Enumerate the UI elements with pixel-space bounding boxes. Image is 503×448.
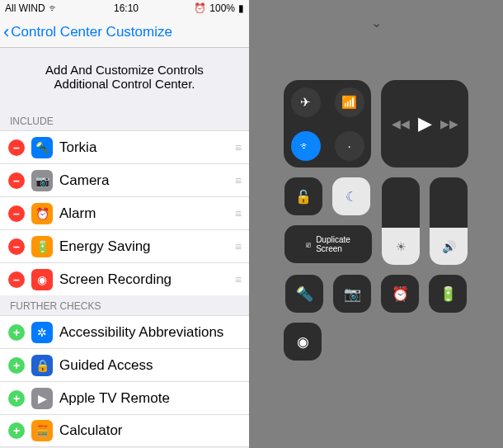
include-section-header: INCLUDE xyxy=(0,111,249,130)
add-button[interactable]: + xyxy=(8,324,25,341)
row-label: Apple TV Remote xyxy=(59,390,241,407)
row-label: Calculator xyxy=(59,422,241,439)
add-button[interactable]: + xyxy=(8,390,25,407)
row-label: Torkia xyxy=(59,139,228,156)
clock-label: 16:10 xyxy=(114,2,139,14)
carrier-label: All WIND xyxy=(5,2,45,14)
row-label: Accessibility Abbreviations xyxy=(59,324,241,341)
include-row-energy[interactable]: – 🔋 Energy Saving ≡ xyxy=(0,229,249,262)
control-center-panel: ⌄ ✈ 📶 ᯤ · ◀◀ ▶ ▶▶ 🔓 ☾ ⎚ xyxy=(249,0,503,448)
nav-bar: ‹ Control Center Customize xyxy=(0,17,249,48)
remove-button[interactable]: – xyxy=(8,205,25,222)
add-button[interactable]: + xyxy=(8,422,25,439)
dnd-toggle[interactable]: ☾ xyxy=(332,177,370,215)
remove-button[interactable]: – xyxy=(8,172,25,189)
further-row-accessibility[interactable]: + ✲ Accessibility Abbreviations xyxy=(0,315,249,348)
include-row-alarm[interactable]: – ⏰ Alarm ≡ xyxy=(0,196,249,229)
bluetooth-toggle[interactable]: · xyxy=(335,131,364,161)
volume-icon: 🔊 xyxy=(442,240,456,253)
include-row-camera[interactable]: – 📷 Camera ≡ xyxy=(0,163,249,196)
remove-button[interactable]: – xyxy=(8,139,25,156)
reorder-grip[interactable]: ≡ xyxy=(235,207,241,220)
remote-icon: ▶ xyxy=(31,388,53,409)
include-row-torkia[interactable]: – 🔦 Torkia ≡ xyxy=(0,130,249,163)
torch-button[interactable]: 🔦 xyxy=(285,275,323,313)
back-button[interactable]: ‹ xyxy=(3,21,9,43)
wifi-icon: ᯤ xyxy=(49,2,59,14)
wifi-toggle[interactable]: ᯤ xyxy=(291,131,321,161)
lock-icon: 🔒 xyxy=(31,355,53,376)
further-row-appletv[interactable]: + ▶ Apple TV Remote xyxy=(0,381,249,414)
rotation-lock-toggle[interactable]: 🔓 xyxy=(284,177,322,215)
alarm-indicator-icon: ⏰ xyxy=(194,2,206,14)
connectivity-module[interactable]: ✈ 📶 ᯤ · xyxy=(284,80,371,167)
intro-text: Add And Customize Controls Additional Co… xyxy=(0,48,249,111)
alarm-button[interactable]: ⏰ xyxy=(381,275,419,313)
cellular-toggle[interactable]: 📶 xyxy=(335,87,364,117)
nav-title: Control Center Customize xyxy=(11,24,172,40)
accessibility-icon: ✲ xyxy=(31,322,53,343)
row-label: Energy Saving xyxy=(59,238,228,255)
further-row-calculator[interactable]: + 🧮 Calculator xyxy=(0,414,249,447)
record-icon: ◉ xyxy=(31,269,53,290)
calculator-icon: 🧮 xyxy=(31,420,53,441)
include-row-screenrec[interactable]: – ◉ Screen Recording ≡ xyxy=(0,262,249,295)
further-section-header: FURTHER CHECKS xyxy=(0,295,249,315)
brightness-slider[interactable]: ☀ xyxy=(382,177,420,265)
moon-icon: ☾ xyxy=(346,189,357,205)
grabber-icon[interactable]: ⌄ xyxy=(371,15,382,31)
remove-button[interactable]: – xyxy=(8,238,25,255)
battery-button[interactable]: 🔋 xyxy=(429,275,467,313)
camera-icon: 📷 xyxy=(31,170,53,191)
reorder-grip[interactable]: ≡ xyxy=(235,240,241,253)
screen-mirror-button[interactable]: ⎚ Duplicate Screen xyxy=(284,225,372,263)
media-module[interactable]: ◀◀ ▶ ▶▶ xyxy=(381,80,468,167)
row-label: Guided Access xyxy=(59,357,241,374)
reorder-grip[interactable]: ≡ xyxy=(235,141,241,154)
row-label: Alarm xyxy=(59,205,228,222)
alarm-icon: ⏰ xyxy=(31,203,53,224)
settings-panel: All WIND ᯤ 16:10 ⏰ 100% ▮ ‹ Control Cent… xyxy=(0,0,249,448)
further-row-guided[interactable]: + 🔒 Guided Access xyxy=(0,348,249,381)
row-label: Screen Recording xyxy=(59,271,228,288)
row-label: Camera xyxy=(59,172,228,189)
remove-button[interactable]: – xyxy=(8,271,25,288)
airplane-toggle[interactable]: ✈ xyxy=(291,87,321,117)
camera-button[interactable]: 📷 xyxy=(333,275,371,313)
previous-track-button[interactable]: ◀◀ xyxy=(392,117,410,130)
mirror-icon: ⎚ xyxy=(306,240,311,249)
play-button[interactable]: ▶ xyxy=(418,113,432,134)
flashlight-icon: 🔦 xyxy=(31,137,53,158)
reorder-grip[interactable]: ≡ xyxy=(235,174,241,187)
battery-pct-label: 100% xyxy=(209,2,235,14)
volume-slider[interactable]: 🔊 xyxy=(430,177,468,265)
add-button[interactable]: + xyxy=(8,357,25,374)
battery-icon: 🔋 xyxy=(31,236,53,257)
status-bar: All WIND ᯤ 16:10 ⏰ 100% ▮ xyxy=(0,0,249,17)
reorder-grip[interactable]: ≡ xyxy=(235,273,241,286)
screen-record-button[interactable]: ◉ xyxy=(284,323,322,361)
mirror-label: Duplicate Screen xyxy=(316,235,350,253)
next-track-button[interactable]: ▶▶ xyxy=(440,117,458,130)
battery-icon: ▮ xyxy=(238,2,244,14)
brightness-icon: ☀ xyxy=(396,240,407,253)
